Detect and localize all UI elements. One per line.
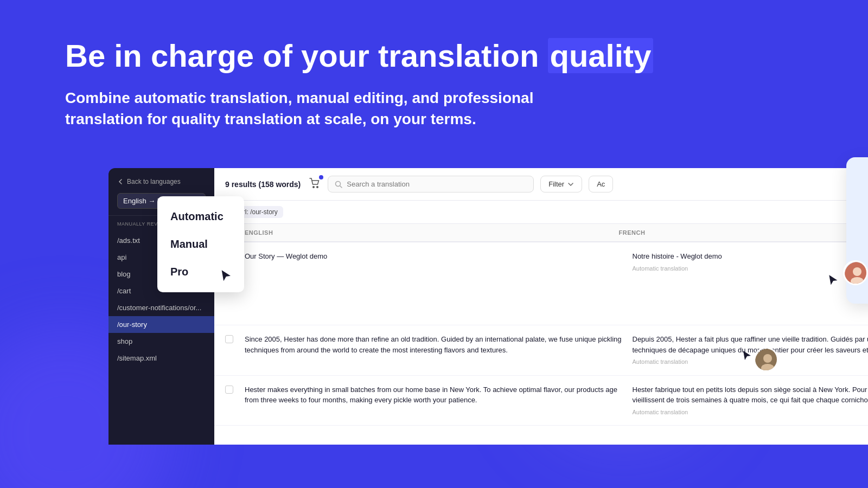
- col-english-header: ENGLISH: [245, 229, 619, 236]
- table-row: Hester makes everything in small batches…: [214, 376, 868, 426]
- cursor-icon-dropdown: [219, 269, 234, 284]
- floating-avatar-1: [843, 260, 868, 285]
- table-row: Our Story — Weglot demo Notre histoire -…: [214, 242, 868, 325]
- checkbox-2[interactable]: [225, 335, 233, 343]
- col-french-header: FRENCH: [619, 229, 869, 236]
- checkbox-3[interactable]: [225, 386, 233, 394]
- row2-en: Since 2005, Hester has done more than re…: [245, 334, 633, 355]
- svg-point-17: [763, 354, 772, 363]
- row3-fr: Hester fabrique tout en petits lots depu…: [633, 384, 869, 417]
- dropdown-item-automatic[interactable]: Automatic: [157, 203, 244, 230]
- svg-point-2: [336, 181, 341, 186]
- row1-en: Our Story — Weglot demo: [245, 251, 633, 262]
- arrow-left-icon: [117, 178, 124, 185]
- action-button[interactable]: Ac: [589, 176, 613, 192]
- dropdown-menu[interactable]: Automatic Manual Pro: [157, 196, 244, 292]
- header-section: Be in charge of your translation quality…: [65, 38, 803, 130]
- main-title-part2: quality: [548, 38, 654, 73]
- row3-check[interactable]: [225, 384, 245, 394]
- results-count: 9 results (158 words): [225, 180, 301, 189]
- sidebar-item-our-story[interactable]: /our-story: [108, 316, 214, 333]
- app-area: Back to languages English → French MANUA…: [108, 168, 868, 488]
- cart-badge: [319, 175, 323, 179]
- chevron-down-icon-filter: [567, 181, 574, 188]
- floating-cursor-2: [741, 350, 754, 365]
- filter-tags: × Url: /our-story: [214, 201, 868, 224]
- row3-auto-label: Automatic translation: [633, 408, 869, 417]
- svg-point-1: [316, 186, 318, 188]
- row2-check[interactable]: [225, 334, 245, 343]
- floating-avatar-2: [754, 347, 778, 372]
- main-title-part1: Be in charge of your translation: [65, 38, 539, 73]
- action-label: Ac: [597, 180, 605, 188]
- search-box[interactable]: [328, 176, 534, 192]
- sidebar-item-customer[interactable]: /customer-notifications/or...: [108, 299, 214, 316]
- sidebar-item-shop[interactable]: shop: [108, 333, 214, 350]
- dropdown-item-manual[interactable]: Manual: [157, 230, 244, 258]
- search-icon: [335, 181, 342, 188]
- back-link-label: Back to languages: [127, 178, 181, 185]
- svg-point-0: [312, 186, 315, 188]
- sidebar-item-sitemap[interactable]: /sitemap.xml: [108, 350, 214, 367]
- row3-en: Hester makes everything in small batches…: [245, 384, 633, 406]
- row1-auto-label: Automatic translation: [633, 264, 869, 273]
- floating-cursor-1: [827, 274, 841, 290]
- tag-label: Url: /our-story: [238, 208, 278, 216]
- main-content: 9 results (158 words) Filter: [214, 168, 868, 445]
- row1-fr: Notre histoire - Weglot demo Automatic t…: [633, 251, 869, 273]
- back-link[interactable]: Back to languages: [117, 178, 206, 185]
- filter-button[interactable]: Filter: [540, 176, 582, 192]
- svg-point-14: [853, 267, 861, 276]
- toolbar: 9 results (158 words) Filter: [214, 168, 868, 201]
- search-input[interactable]: [347, 180, 527, 188]
- filter-label: Filter: [548, 180, 564, 188]
- table-header: ENGLISH FRENCH DEFAULT: [214, 224, 868, 242]
- cart-icon-wrap[interactable]: [309, 177, 321, 191]
- subtitle: Combine automatic translation, manual ed…: [65, 87, 662, 130]
- main-title: Be in charge of your translation quality: [65, 38, 662, 74]
